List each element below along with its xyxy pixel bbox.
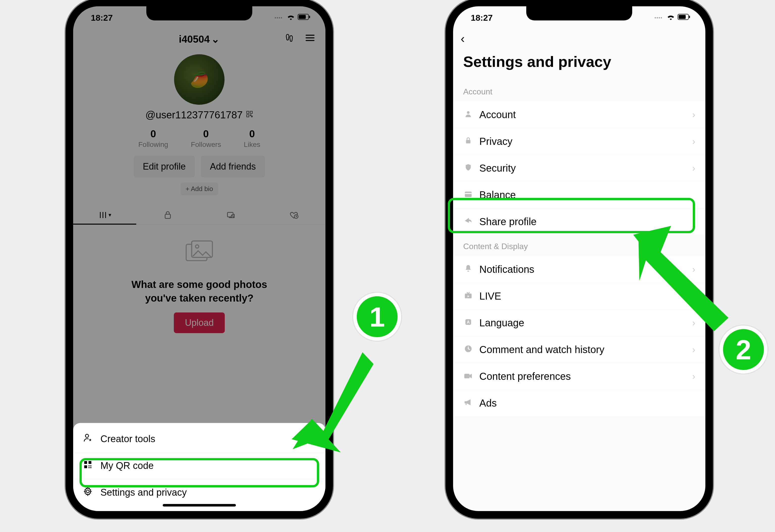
chevron-right-icon: › (692, 109, 695, 120)
status-time: 18:27 (471, 13, 493, 23)
chevron-right-icon: › (692, 345, 695, 355)
status-icons (655, 14, 690, 22)
arrow-1 (285, 336, 376, 455)
menu-item-settings-privacy[interactable]: Settings and privacy (73, 479, 325, 506)
arrow-2 (626, 219, 732, 342)
person-star-icon (82, 433, 93, 445)
nav-bar: ‹ (453, 29, 705, 48)
list-item-label: Balance (479, 189, 516, 201)
language-icon: A (463, 318, 473, 328)
add-bio-button[interactable]: + Add bio (180, 182, 218, 195)
svg-rect-26 (89, 467, 90, 468)
shield-icon (463, 163, 473, 174)
stat-following[interactable]: 0 Following (138, 128, 168, 149)
svg-rect-30 (679, 15, 686, 19)
step-badge-2: 2 (720, 326, 767, 374)
list-item-label: Content preferences (479, 371, 571, 382)
list-item-label: Notifications (479, 264, 534, 275)
step-badge-1: 1 (353, 293, 401, 341)
menu-item-label: My QR code (100, 460, 154, 471)
empty-state: What are some good photos you've taken r… (73, 225, 325, 346)
stat-likes[interactable]: 0 Likes (244, 128, 260, 149)
stat-followers[interactable]: 0 Followers (191, 128, 221, 149)
live-icon (463, 291, 473, 301)
settings-item-content-preferences[interactable]: Content preferences › (453, 363, 705, 390)
list-item-label: Comment and watch history (479, 344, 605, 355)
edit-profile-button[interactable]: Edit profile (134, 156, 195, 177)
status-icons (275, 14, 310, 22)
section-header-account: Account (453, 80, 705, 101)
list-item-label: Privacy (479, 136, 512, 147)
page-title: Settings and privacy (453, 48, 705, 80)
svg-rect-34 (465, 191, 472, 197)
chevron-down-icon: ⌄ (211, 33, 220, 45)
tab-reposts[interactable] (199, 205, 262, 224)
upload-button[interactable]: Upload (174, 313, 225, 333)
svg-point-20 (85, 434, 89, 438)
clock-icon (463, 345, 473, 355)
username-row: @user112377761787 (73, 109, 325, 121)
settings-item-balance[interactable]: Balance (453, 182, 705, 208)
svg-rect-23 (84, 465, 87, 468)
svg-rect-31 (689, 16, 690, 18)
tab-liked[interactable] (262, 205, 325, 224)
list-item-label: Share profile (479, 216, 537, 227)
avatar[interactable]: 🥭 (174, 54, 224, 105)
svg-rect-1 (299, 15, 306, 19)
stats-row: 0 Following 0 Followers 0 Likes (73, 128, 325, 149)
battery-icon (678, 14, 690, 22)
list-item-label: LIVE (479, 291, 501, 302)
bell-icon (463, 264, 473, 275)
settings-item-account[interactable]: Account › (453, 101, 705, 128)
battery-icon (298, 14, 310, 22)
tab-feed[interactable]: ▾ (73, 205, 136, 224)
settings-item-security[interactable]: Security › (453, 155, 705, 182)
svg-text:A: A (467, 320, 470, 324)
share-icon (463, 217, 473, 226)
svg-rect-24 (89, 465, 90, 466)
account-switcher[interactable]: i40504 ⌄ (179, 33, 220, 45)
svg-rect-27 (90, 467, 91, 468)
settings-item-ads[interactable]: Ads (453, 390, 705, 417)
hamburger-menu-icon[interactable] (305, 33, 315, 46)
menu-item-label: Creator tools (100, 434, 155, 444)
back-button[interactable]: ‹ (461, 32, 465, 45)
profile-tabs: ▾ (73, 205, 325, 225)
menu-item-qr-code[interactable]: My QR code (73, 453, 325, 479)
svg-point-32 (467, 111, 470, 114)
svg-point-28 (86, 490, 89, 493)
list-item-label: Security (479, 162, 516, 174)
notch (146, 6, 252, 20)
svg-rect-21 (84, 461, 87, 464)
svg-rect-33 (466, 140, 471, 143)
footprint-icon[interactable] (284, 33, 295, 46)
wifi-icon (667, 14, 675, 22)
svg-rect-6 (246, 111, 249, 113)
home-indicator (163, 504, 236, 507)
lock-icon (463, 136, 473, 147)
add-friends-button[interactable]: Add friends (201, 156, 265, 177)
chevron-right-icon: › (692, 163, 695, 174)
wifi-icon (286, 14, 295, 22)
svg-rect-7 (250, 111, 252, 113)
tab-private[interactable] (136, 205, 199, 224)
account-switcher-label: i40504 (179, 34, 210, 45)
svg-rect-35 (465, 193, 472, 194)
gear-icon (82, 487, 93, 498)
svg-rect-41 (464, 374, 470, 378)
svg-rect-12 (165, 214, 170, 218)
megaphone-icon (463, 398, 473, 408)
svg-rect-25 (90, 465, 91, 466)
wallet-icon (463, 190, 473, 200)
settings-item-privacy[interactable]: Privacy › (453, 128, 705, 155)
empty-state-prompt: What are some good photos you've taken r… (88, 278, 310, 305)
notch (526, 6, 632, 20)
person-icon (463, 110, 473, 120)
chevron-right-icon: › (692, 371, 695, 382)
top-bar: i40504 ⌄ (73, 29, 325, 49)
qr-icon[interactable] (246, 110, 253, 120)
svg-rect-8 (246, 115, 249, 117)
video-icon (463, 372, 473, 381)
qr-code-icon (82, 460, 93, 471)
chevron-right-icon: › (692, 136, 695, 147)
